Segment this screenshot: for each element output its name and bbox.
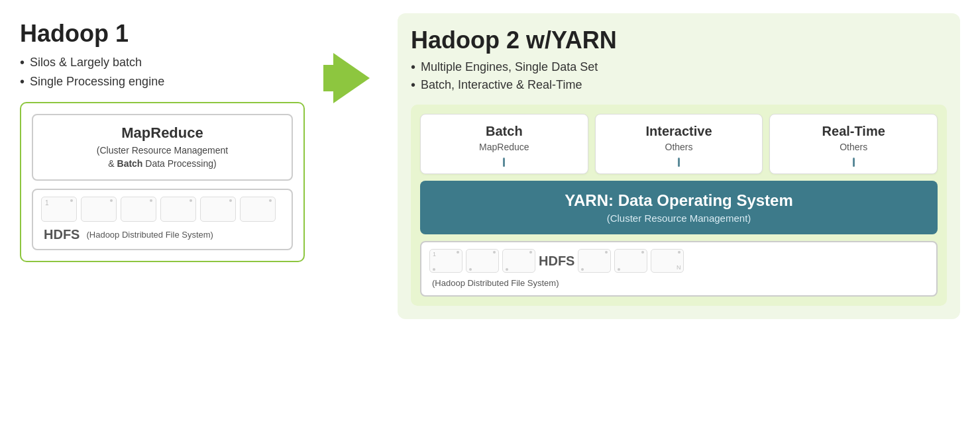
left-header: Hadoop 1 Silos & Largely batch Single Pr… [20,13,305,91]
right-title: Hadoop 2 w/YARN [411,26,947,54]
node-6 [240,197,276,222]
hdfs-sub-right: (Hadoop Distributed File System) [432,278,559,288]
arrow-container [331,13,371,103]
yarn-box: YARN: Data Operating System (Cluster Res… [420,181,938,234]
engine-interactive-title: Interactive [602,124,756,139]
left-bullet-2: Single Processing engine [20,72,305,91]
mapreduce-title: MapReduce [46,124,278,142]
rnode-3 [502,249,535,273]
engine-realtime: Real-Time Others [769,114,938,174]
node-2 [81,197,117,222]
hdfs-nodes-right: 1 HDFS N [429,249,928,273]
main-container: Hadoop 1 Silos & Largely batch Single Pr… [0,0,980,425]
engine-realtime-sub: Others [777,142,930,152]
yarn-sub: (Cluster Resource Management) [433,212,924,224]
hdfs-title-left: HDFS [44,227,80,242]
left-box: MapReduce (Cluster Resource Management &… [20,102,305,262]
hdfs-label-row-left: HDFS (Hadoop Distributed File System) [41,224,284,242]
rnode-1: 1 [429,249,463,273]
right-arrow-icon [333,53,370,103]
right-bullets: Multiple Engines, Single Data Set Batch,… [411,54,947,94]
rnode-2 [466,249,499,273]
engine-batch: Batch MapReduce [420,114,588,174]
hdfs-title-right: HDFS [539,254,574,269]
right-bullet-2: Batch, Interactive & Real-Time [411,76,947,94]
rnode-6: N [651,249,684,273]
right-inner: Batch MapReduce Interactive Others Real-… [411,105,947,306]
mapreduce-box: MapReduce (Cluster Resource Management &… [32,114,293,181]
node-1: 1 [41,197,77,222]
engine-interactive-sub: Others [602,142,756,152]
left-title: Hadoop 1 [20,20,305,48]
right-bullet-1: Multiple Engines, Single Data Set [411,58,947,76]
hdfs-sub-left: (Hadoop Distributed File System) [86,230,213,240]
engine-interactive: Interactive Others [595,114,763,174]
engine-realtime-title: Real-Time [777,124,930,139]
right-panel: Hadoop 2 w/YARN Multiple Engines, Single… [398,13,960,319]
realtime-connector [853,158,855,167]
hdfs-box-left: 1 HDFS (Hadoop Distributed File System) [32,189,293,250]
node-4 [160,197,196,222]
engine-boxes: Batch MapReduce Interactive Others Real-… [420,114,938,174]
node-3 [121,197,156,222]
hdfs-box-right: 1 HDFS N (Hadoop Distributed File System… [420,241,938,297]
engine-batch-sub: MapReduce [427,142,581,152]
mapreduce-subtitle: (Cluster Resource Management & Batch Dat… [46,144,278,170]
left-panel: Hadoop 1 Silos & Largely batch Single Pr… [20,13,305,262]
interactive-connector [678,158,680,167]
hdfs-label-right: HDFS [539,254,574,269]
rnode-4 [578,249,611,273]
node-5 [200,197,236,222]
left-bullets: Silos & Largely batch Single Processing … [20,48,305,91]
rnode-5 [614,249,647,273]
hdfs-nodes-left: 1 [41,197,284,222]
yarn-title: YARN: Data Operating System [433,191,924,210]
left-bullet-1: Silos & Largely batch [20,53,305,72]
right-header: Hadoop 2 w/YARN Multiple Engines, Single… [411,26,947,94]
engine-batch-title: Batch [427,124,581,139]
batch-connector [503,158,505,167]
